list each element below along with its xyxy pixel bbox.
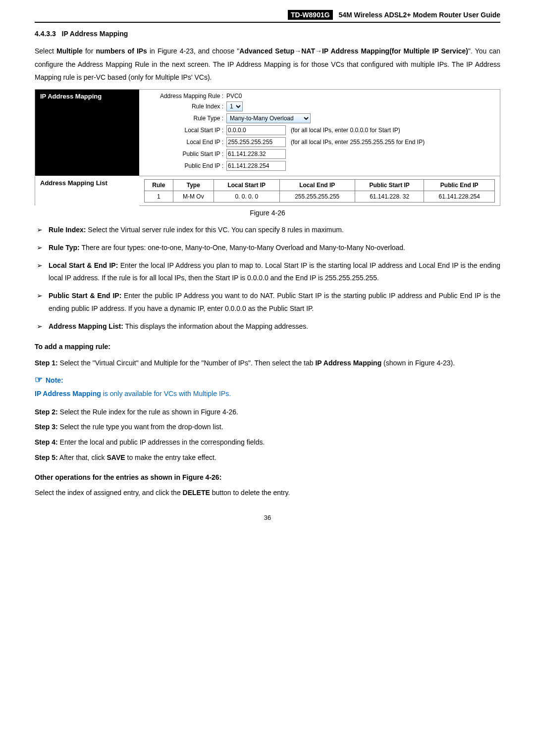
note-label: Note: <box>46 376 63 384</box>
list-item: Rule Index: Select the Virtual server ru… <box>49 224 500 237</box>
input-local-start-ip[interactable] <box>226 125 286 135</box>
col-public-end: Public End IP <box>424 179 495 191</box>
panel-bar-address-mapping-list: Address Mapping List <box>35 176 140 205</box>
input-public-start-ip[interactable] <box>226 149 286 159</box>
col-local-start: Local Start IP <box>214 179 279 191</box>
label-local-end-ip: Local End IP : <box>144 139 226 146</box>
list-item: Address Mapping List: This displays the … <box>49 320 500 333</box>
col-public-start: Public Start IP <box>355 179 424 191</box>
step-2: Step 2: Select the Rule index for the ru… <box>35 405 500 419</box>
ip-mapping-panel: IP Address Mapping Address Mapping Rule … <box>35 89 500 206</box>
hint-local-end-ip: (for all local IPs, enter 255.255.255.25… <box>291 139 425 146</box>
section-heading: 4.4.3.3 IP Address Mapping <box>35 30 500 38</box>
note-heading: ☞Note: <box>35 374 500 385</box>
address-mapping-table: Rule Type Local Start IP Local End IP Pu… <box>144 179 495 202</box>
section-title: IP Address Mapping <box>62 30 128 38</box>
figure-caption: Figure 4-26 <box>35 209 500 217</box>
list-item: Public Start & End IP: Enter the public … <box>49 290 500 315</box>
other-ops-heading: Other operations for the entries as show… <box>35 471 500 484</box>
step-4: Step 4: Enter the local and public IP ad… <box>35 436 500 449</box>
step-5: Step 5: After that, click SAVE to make t… <box>35 451 500 464</box>
intro-paragraph: Select Multiple for numbers of IPs in Fi… <box>35 45 500 84</box>
col-type: Type <box>173 179 214 191</box>
input-local-end-ip[interactable] <box>226 137 286 147</box>
hint-local-start-ip: (for all local IPs, enter 0.0.0.0 for St… <box>291 127 400 134</box>
label-address-mapping-rule: Address Mapping Rule : <box>144 93 226 100</box>
value-address-mapping-rule: PVC0 <box>226 93 242 100</box>
label-rule-index: Rule Index : <box>144 103 226 110</box>
list-item: Rule Typ: There are four types: one-to-o… <box>49 242 500 254</box>
list-item: Local Start & End IP: Enter the local IP… <box>49 259 500 285</box>
note-text: IP Address Mapping is only available for… <box>35 387 500 401</box>
other-ops-text: Select the index of assigned entry, and … <box>35 486 500 500</box>
col-rule: Rule <box>145 179 173 191</box>
table-row: 1 M-M Ov 0. 0. 0. 0 255.255.255.255 61.1… <box>145 191 495 202</box>
section-number: 4.4.3.3 <box>35 30 56 38</box>
pointing-hand-icon: ☞ <box>35 375 43 385</box>
select-rule-type[interactable]: Many-to-Many Overload <box>226 113 311 123</box>
label-public-end-ip: Public End IP : <box>144 162 226 169</box>
model-badge: TD-W8901G <box>288 10 333 20</box>
input-public-end-ip[interactable] <box>226 161 286 171</box>
label-rule-type: Rule Type : <box>144 115 226 122</box>
add-rule-heading: To add a mapping rule: <box>35 340 500 353</box>
label-public-start-ip: Public Start IP : <box>144 151 226 157</box>
panel-bar-ip-address-mapping: IP Address Mapping <box>35 89 140 176</box>
step-1: Step 1: Select the "Virtual Circuit" and… <box>35 356 500 370</box>
doc-title: 54M Wireless ADSL2+ Modem Router User Gu… <box>339 11 501 19</box>
page-number: 36 <box>35 514 500 521</box>
bullet-list: Rule Index: Select the Virtual server ru… <box>35 224 500 333</box>
col-local-end: Local End IP <box>279 179 355 191</box>
step-3: Step 3: Select the rule type you want fr… <box>35 420 500 434</box>
label-local-start-ip: Local Start IP : <box>144 127 226 134</box>
select-rule-index[interactable]: 1 <box>226 101 243 111</box>
doc-header: TD-W8901G 54M Wireless ADSL2+ Modem Rout… <box>35 10 500 23</box>
